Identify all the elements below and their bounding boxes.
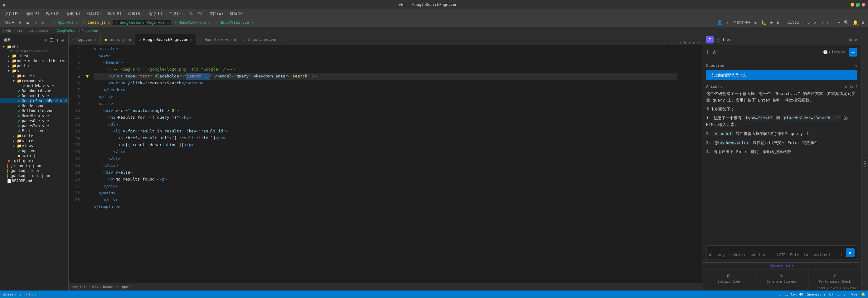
tab-close-indexjs[interactable]: ✕ — [128, 37, 131, 42]
tab-close-appvue[interactable]: ✕ — [94, 37, 97, 42]
status-language[interactable]: Vue — [851, 292, 858, 296]
sidebar-sort-btn[interactable]: ↕ — [56, 37, 59, 43]
tree-item-asidenav[interactable]: ✓ AsideNav.vue — [0, 83, 68, 88]
tree-item-document[interactable]: ✓ Document.vue — [0, 93, 68, 99]
tree-item-pagesone[interactable]: ✓ pagesOne.vue — [0, 118, 68, 124]
breadcrumb-item-file[interactable]: ✓ GoogleSearchPage.vue — [53, 29, 98, 33]
sidebar-add-btn[interactable]: ⊞ — [44, 37, 48, 43]
git-push[interactable]: → — [819, 19, 824, 26]
profile-run-btn[interactable]: ⊕ — [775, 19, 780, 26]
project-btn[interactable]: 项目▼ — [2, 19, 16, 26]
editor-breadcrumb-input[interactable]: input — [120, 285, 130, 289]
menu-code[interactable]: 代码(C) — [85, 10, 104, 17]
tab-close-googlesearch[interactable]: ✕ — [190, 37, 192, 42]
tab-close-aboutview[interactable]: ✕ — [279, 37, 282, 42]
bito-settings-icon[interactable]: ⚙ — [849, 37, 852, 43]
editor-breadcrumb-header[interactable]: header — [103, 285, 115, 289]
status-encoding[interactable]: UTF-8 — [829, 292, 840, 296]
aboutview-tab-toolbar[interactable]: ✓ AboutView.vue ✕ — [213, 20, 255, 25]
bito-send-btn[interactable]: ➤ — [846, 248, 855, 257]
tree-item-profile[interactable]: ✓ Profile.vue — [0, 128, 68, 133]
notification-btn[interactable]: 🔔 — [851, 19, 859, 26]
cursor-btn[interactable]: ↗ — [725, 19, 730, 26]
tree-item-pagestwo[interactable]: ✓ pagesTwo.vue — [0, 124, 68, 128]
bito-undo-icon[interactable]: ↩ — [841, 252, 843, 257]
tab-appvue[interactable]: ✓ App.vue ✕ — [69, 34, 101, 45]
breadcrumb-item-components[interactable]: components — [27, 29, 48, 33]
breadcrumb-item-src[interactable]: src — [17, 29, 23, 33]
run-btn[interactable]: ▶ — [753, 19, 758, 26]
settings-btn[interactable]: ⚙ — [40, 20, 46, 25]
bito-panel-toggle[interactable]: ✕ — [854, 37, 858, 43]
bito-question-input[interactable] — [709, 253, 838, 257]
tree-item-readme[interactable]: 📄 README.md — [0, 179, 68, 183]
menu-help[interactable]: 帮助(H) — [227, 10, 246, 17]
bito-new-chat-btn[interactable]: + — [849, 48, 858, 57]
tree-item-idea[interactable]: ▶ 📁 .idea — [0, 53, 68, 58]
list-btn[interactable]: ☰ — [24, 20, 31, 25]
bito-share-btn[interactable]: ⤴ — [706, 49, 709, 55]
tree-item-public[interactable]: ▶ 📁 public — [0, 63, 68, 69]
tree-item-components[interactable]: ▼ 📁 components — [0, 78, 68, 83]
status-sync-btn[interactable]: ↺ — [20, 292, 22, 296]
editor-breadcrumb-div[interactable]: div — [92, 285, 98, 289]
status-notification[interactable]: 🔔 — [861, 292, 866, 296]
tree-item-nodemodules[interactable]: ▶ 📁 node_modules .library.root — [0, 58, 68, 63]
status-git-branch[interactable]: ⎇ main — [2, 292, 16, 296]
bito-menu-icon[interactable]: ☰ — [716, 37, 720, 43]
tree-item-packagejson[interactable]: { } package.json — [0, 168, 68, 173]
tree-item-mainjs[interactable]: ● main.js — [0, 153, 68, 158]
tree-item-homeview[interactable]: ✓ HomeView.vue — [0, 113, 68, 118]
tree-item-header[interactable]: ✓ Header.vue — [0, 103, 68, 108]
tree-item-src[interactable]: ▼ 📁 src — [0, 69, 68, 74]
tab-aboutview[interactable]: ✓ AboutView.vue ✕ — [240, 34, 286, 45]
tab-googlesearch[interactable]: ✓ GoogleSearchPage.vue ✕ — [135, 34, 197, 45]
menu-tools[interactable]: 工具(L) — [166, 10, 186, 17]
error-nav-down[interactable]: ∨ — [693, 41, 695, 45]
status-spaces[interactable]: Spaces: 2 — [807, 292, 826, 296]
bito-delete-btn[interactable]: 🗑 — [712, 49, 717, 55]
undo-btn[interactable]: ↩ — [836, 19, 841, 26]
profile-btn[interactable]: 👤 — [716, 19, 723, 26]
git-pull[interactable]: ← — [826, 19, 831, 26]
current-file-btn[interactable]: 当前文件▼ — [731, 19, 752, 26]
bito-copy-btn[interactable]: ⧉ — [850, 84, 853, 89]
googlesearch-tab-toolbar[interactable]: ✓ GoogleSearchPage.vue ✕ — [113, 20, 171, 25]
tree-item-packagelockjson[interactable]: { } package-lock.json — [0, 173, 68, 179]
grid-btn[interactable]: ⊞ — [17, 20, 23, 25]
menu-file[interactable]: 文件(F) — [2, 10, 22, 17]
maximize-button[interactable]: □ — [856, 3, 860, 6]
app-vue-tab-toolbar[interactable]: ✓ App.vue ✕ — [52, 20, 80, 25]
menu-navigate[interactable]: 导航(N) — [64, 10, 83, 17]
editor-breadcrumb-template[interactable]: template — [71, 285, 88, 289]
code-content[interactable]: <template> <div> <header> <!-- <img src=… — [91, 45, 677, 283]
tree-item-assets[interactable]: ▶ 📁 assets — [0, 74, 68, 78]
tree-item-store[interactable]: ▶ 📁 store — [0, 138, 68, 143]
coverage-btn[interactable]: ⊙ — [769, 19, 774, 26]
tree-item-dashboard[interactable]: ✓ Dashboard.vue — [0, 88, 68, 93]
search-toolbar-btn[interactable]: 🔍 — [842, 19, 850, 26]
tree-item-vhr[interactable]: ▼ 📁 vhr — [0, 44, 68, 49]
window-controls[interactable]: ─ □ ✕ — [850, 3, 866, 6]
bito-share-answer-btn[interactable]: ⤴ — [855, 84, 858, 89]
close-button[interactable]: ✕ — [862, 3, 866, 6]
tree-item-appvue[interactable]: ✓ App.vue — [0, 148, 68, 153]
tab-homeview[interactable]: ✓ HomeView.vue ✕ — [197, 34, 240, 45]
bito-shortcuts-label[interactable]: Shortcuts — [770, 264, 790, 268]
bito-explain-code-btn[interactable]: ⊡ Explain Code — [702, 270, 755, 286]
menu-refactor[interactable]: 重构(R) — [105, 10, 124, 17]
bulb-icon[interactable]: 💡 — [86, 75, 89, 78]
sidebar-settings-btn[interactable]: ⚙ — [61, 37, 65, 43]
tab-indexjs[interactable]: ● index.js ✕ — [101, 34, 135, 45]
menu-window[interactable]: 窗口(W) — [207, 10, 226, 17]
debug-btn[interactable]: 🐛 — [760, 19, 768, 26]
menu-build[interactable]: 构建(B) — [125, 10, 145, 17]
git-check1[interactable]: ✓ — [806, 19, 811, 26]
layout-btn[interactable]: ⊞ — [861, 19, 866, 26]
bito-performance-check-btn[interactable]: ⚡ Performance Check — [808, 270, 861, 286]
status-line-col[interactable]: Ln 5, Col 40 — [778, 292, 803, 296]
status-errors[interactable]: ⊘ 1 ⚠ 8 — [25, 292, 36, 296]
bito-side-label[interactable]: Bito — [861, 34, 868, 291]
bito-generate-comment-btn[interactable]: ✎ Generate Comment — [755, 270, 808, 286]
tree-item-router[interactable]: ▶ 📁 router — [0, 133, 68, 138]
